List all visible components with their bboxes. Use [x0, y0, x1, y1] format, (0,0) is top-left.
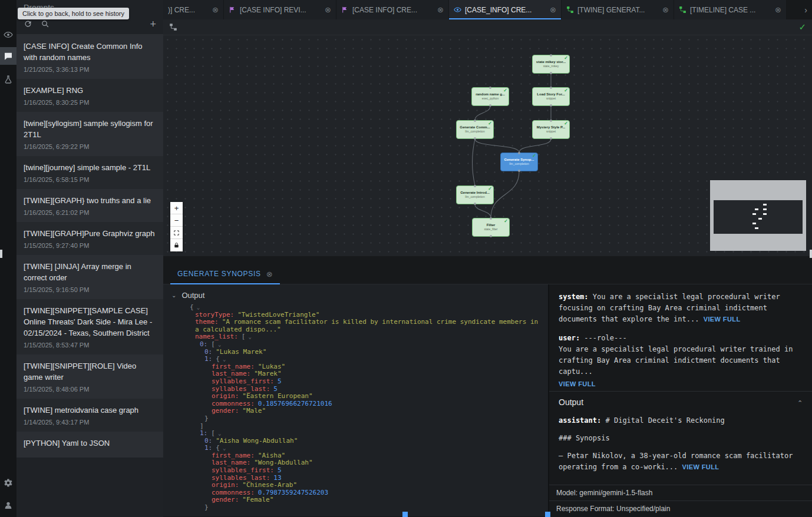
list-item[interactable]: [twine][syllogism] sample syllogism for … — [16, 112, 163, 156]
spacer — [559, 444, 803, 450]
node-subtitle: snippet — [533, 97, 569, 100]
collapse-icon[interactable]: ⌄ — [218, 430, 221, 436]
assistant-text: — Petar Nikolov, a 38-year-old romance s… — [559, 452, 793, 471]
add-prompt-button[interactable]: + — [150, 19, 156, 29]
prompt-timestamp: 1/15/2025, 8:48:06 PM — [24, 386, 156, 393]
prompt-title: [CASE INFO] Create Common Info with rand… — [24, 41, 156, 63]
json-line: 0:"Aisha Wong-Abdullah" — [163, 438, 548, 445]
canvas-viewport[interactable]: ✓ state mikey stor... state_mikey ✓ rand… — [163, 35, 812, 256]
graph-node-generate-comm[interactable]: ✓ Generate Comm... llm_completion — [456, 120, 494, 139]
check-icon: ✓ — [488, 186, 492, 191]
prompt-result-panel[interactable]: system: You are a specialist legal proce… — [548, 284, 812, 516]
fit-view-button[interactable] — [170, 227, 183, 239]
list-item[interactable]: [TWINE] [JINJA] Array merge in correct o… — [16, 255, 163, 299]
flask-icon — [4, 75, 13, 84]
zoom-in-button[interactable]: + — [170, 202, 183, 214]
eye-preview-icon[interactable] — [0, 26, 16, 44]
json-output-panel[interactable]: ⌄ Output {⌄ storyType:"TwistedLoveTriang… — [163, 284, 548, 516]
view-full-link[interactable]: VIEW FULL — [704, 316, 741, 323]
zoom-out-button[interactable]: − — [170, 214, 183, 227]
list-item[interactable]: [TWINE] metroidvania case graph1/14/2025… — [16, 399, 163, 432]
tab-label: [TWINE] GENERAT... — [577, 6, 659, 14]
prompt-list[interactable]: [CASE INFO] Create Common Info with rand… — [16, 35, 163, 517]
flag-icon — [229, 6, 236, 14]
close-icon[interactable]: ⊗ — [266, 270, 273, 278]
prompt-timestamp: 1/16/2025, 6:58:15 PM — [24, 176, 156, 183]
view-full-link[interactable]: VIEW FULL — [559, 380, 596, 387]
tab-case-info-revi[interactable]: [CASE INFO] REVI... ⊗ — [224, 0, 336, 19]
bottom-resize-handle[interactable] — [402, 512, 408, 517]
prompt-title: [TWINE] [JINJA] Array merge in correct o… — [24, 261, 156, 283]
refresh-icon[interactable] — [24, 19, 32, 28]
output-section-header: ⌄ Output — [163, 284, 548, 304]
system-message: system: You are a specialist legal proce… — [559, 291, 803, 325]
graph-node-random-name[interactable]: ✓ random name g... exec_python — [471, 87, 509, 106]
left-resize-handle[interactable] — [0, 250, 2, 258]
collapse-icon[interactable]: ⌄ — [797, 399, 803, 406]
close-icon[interactable]: ⊗ — [212, 6, 219, 14]
tab-generate-synopsis[interactable]: GENERATE SYNOPSIS ⊗ — [170, 270, 280, 284]
list-item[interactable]: [CASE INFO] Create Common Info with rand… — [16, 35, 163, 79]
lock-button[interactable] — [170, 239, 183, 251]
history-tooltip: Click to go back, hold to see history — [18, 8, 129, 19]
user-text: You are a specialist legal procedural wr… — [559, 345, 793, 376]
rail-item-account[interactable] — [0, 496, 16, 514]
graph-node-load-story[interactable]: ✓ Load Story For... snippet — [532, 87, 570, 106]
collapse-icon[interactable]: ⌄ — [223, 356, 226, 362]
chevron-right-icon[interactable]: › — [804, 5, 807, 15]
minimap-node — [758, 218, 762, 220]
collapse-icon[interactable]: ⌄ — [218, 342, 221, 347]
search-icon[interactable] — [41, 19, 49, 28]
panel-split-resize-handle[interactable] — [545, 512, 550, 517]
collapse-icon[interactable]: ⌄ — [248, 334, 251, 340]
bottom-panel: GENERATE SYNOPSIS ⊗ ⌄ Output {⌄ storyTyp… — [163, 256, 812, 517]
close-icon[interactable]: ⊗ — [775, 6, 781, 14]
collapse-icon[interactable]: ⌄ — [223, 445, 226, 451]
minimap[interactable] — [710, 180, 806, 251]
graph-node-filter[interactable]: ✓ Filter state_filter — [472, 218, 510, 237]
right-resize-handle[interactable] — [810, 250, 812, 258]
node-subtitle: llm_completion — [457, 195, 493, 198]
prompt-timestamp: 1/15/2025, 9:27:40 PM — [24, 242, 156, 249]
close-icon[interactable]: ⊗ — [325, 6, 331, 14]
graph-node-generate-introd[interactable]: ✓ Generate Introd... llm_completion — [456, 185, 494, 204]
list-item[interactable]: [TWINE][SNIPPET][SAMPLE CASE] Online Thr… — [16, 299, 163, 354]
tab-case-info-cre[interactable]: [CASE INFO] CRE... ⊗ — [336, 0, 449, 19]
list-item[interactable]: [TWINE][GRAPH]Pure Graphviz graph1/15/20… — [16, 222, 163, 255]
rail-item-experiments[interactable] — [0, 71, 16, 88]
collapse-icon[interactable]: ⌄ — [197, 304, 200, 310]
list-item[interactable]: [TWINE][SNIPPET][ROLE] Video game writer… — [16, 354, 163, 399]
prompt-title: [TWINE][SNIPPET][ROLE] Video game writer — [24, 360, 156, 383]
tab-twine-generat[interactable]: [TWINE] GENERAT... ⊗ — [562, 0, 674, 19]
json-line: 1:{⌄ — [163, 445, 548, 452]
close-icon[interactable]: ⊗ — [662, 6, 669, 14]
tab-label: [CASE_INFO] CRE... — [465, 6, 546, 14]
json-line: gender:"Female" — [163, 496, 548, 504]
close-icon[interactable]: ⊗ — [437, 6, 444, 14]
graph-node-generate-synopsis-selected[interactable]: ✓ Generate Synop... llm_completion — [500, 153, 538, 171]
rail-item-settings[interactable] — [0, 474, 16, 492]
view-full-link[interactable]: VIEW FULL — [682, 463, 719, 470]
collapse-icon[interactable]: ⌄ — [171, 292, 176, 299]
output-section-header: Output ⌄ — [549, 391, 812, 413]
tab-cre-partial[interactable]: )] CRE... ⊗ — [163, 0, 224, 19]
prompt-timestamp: 1/16/2025, 6:21:02 PM — [24, 209, 156, 216]
list-item[interactable]: [twine][journey] simple sample - 2T1L1/1… — [16, 156, 163, 189]
tab-case-info-cre-active[interactable]: [CASE_INFO] CRE... ⊗ — [449, 0, 562, 19]
output-section-label: Output — [181, 291, 204, 300]
tab-timeline-case[interactable]: [TIMELINE] CASE ... ⊗ — [674, 0, 787, 19]
output-section-label: Output — [559, 397, 583, 407]
graph-node-mystery-style[interactable]: ✓ Mystery Style P... snippet — [532, 120, 570, 139]
check-icon: ✓ — [564, 55, 568, 61]
list-item[interactable]: [PYTHON] Yaml to JSON — [16, 432, 163, 458]
list-item[interactable]: [EXAMPLE] RNG1/16/2025, 8:30:25 PM — [16, 79, 163, 112]
close-icon[interactable]: ⊗ — [550, 6, 556, 14]
node-subtitle: snippet — [533, 130, 569, 133]
fit-view-icon — [173, 230, 180, 236]
list-item[interactable]: [TWINE][GRAPH} two truths and a lie1/16/… — [16, 189, 163, 222]
flow-graph-icon[interactable] — [169, 23, 177, 31]
graph-node-state-mikey[interactable]: ✓ state mikey stor... state_mikey — [532, 55, 570, 74]
rail-item-prompts[interactable] — [0, 47, 16, 65]
user-message: user: ---role--- You are a specialist le… — [559, 333, 803, 377]
left-icon-rail — [0, 0, 16, 517]
